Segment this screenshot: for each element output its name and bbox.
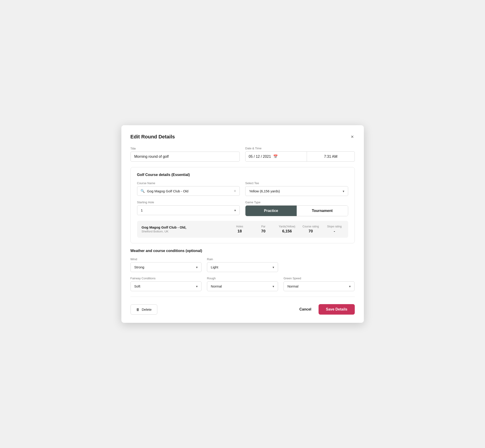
search-icon: 🔍 bbox=[140, 189, 145, 193]
title-input[interactable] bbox=[130, 152, 240, 162]
delete-button[interactable]: 🗑 Delete bbox=[130, 304, 157, 315]
chevron-down-icon-2: ▾ bbox=[234, 208, 236, 212]
clear-icon[interactable]: ✕ bbox=[234, 189, 236, 193]
rough-label: Rough bbox=[207, 277, 278, 280]
rough-value: Normal bbox=[211, 284, 222, 288]
date-time-row: 05 / 12 / 2021 📅 7:31 AM bbox=[245, 151, 355, 162]
chevron-down-icon-3: ▾ bbox=[196, 265, 198, 269]
course-info-location: Shelford Bottom, UK bbox=[142, 230, 225, 233]
starting-hole-dropdown[interactable]: 1 ▾ bbox=[137, 205, 240, 215]
fairway-group: Fairway Conditions Soft ▾ bbox=[130, 277, 202, 291]
modal-title: Edit Round Details bbox=[130, 134, 175, 140]
course-stat-holes: Holes 18 bbox=[231, 225, 249, 233]
course-stat-slope-rating: Slope rating - bbox=[325, 225, 344, 233]
course-stat-course-rating: Course rating 70 bbox=[302, 225, 320, 233]
course-stat-yards: Yards(Yellow) 6,156 bbox=[278, 225, 296, 233]
modal-header: Edit Round Details × bbox=[130, 133, 355, 140]
holes-label: Holes bbox=[236, 225, 243, 228]
cancel-button[interactable]: Cancel bbox=[298, 304, 313, 314]
calendar-icon: 📅 bbox=[273, 154, 278, 159]
fairway-value: Soft bbox=[134, 284, 140, 288]
date-text: 05 / 12 / 2021 bbox=[249, 155, 271, 159]
select-tee-group: Select Tee Yellow (6,156 yards) ▾ bbox=[245, 181, 348, 196]
weather-section: Weather and course conditions (optional)… bbox=[130, 249, 355, 291]
trash-icon: 🗑 bbox=[136, 308, 140, 312]
slope-rating-label: Slope rating bbox=[327, 225, 341, 228]
top-row: Title Date & Time 05 / 12 / 2021 📅 7:31 … bbox=[130, 147, 355, 162]
delete-label: Delete bbox=[142, 308, 152, 312]
course-name-input[interactable]: 🔍 Gog Magog Golf Club - Old ✕ bbox=[137, 186, 240, 196]
course-tee-row: Course Name 🔍 Gog Magog Golf Club - Old … bbox=[137, 181, 348, 196]
starting-hole-label: Starting Hole bbox=[137, 200, 240, 204]
green-speed-label: Green Speed bbox=[283, 277, 355, 280]
rough-dropdown[interactable]: Normal ▾ bbox=[207, 281, 278, 291]
select-tee-dropdown[interactable]: Yellow (6,156 yards) ▾ bbox=[245, 186, 348, 196]
weather-title: Weather and course conditions (optional) bbox=[130, 249, 355, 253]
golf-course-section: Golf Course details (Essential) Course N… bbox=[130, 167, 355, 243]
green-speed-dropdown[interactable]: Normal ▾ bbox=[283, 281, 355, 291]
holes-value: 18 bbox=[237, 229, 242, 233]
rain-dropdown[interactable]: Light ▾ bbox=[207, 262, 278, 272]
select-tee-value: Yellow (6,156 yards) bbox=[249, 189, 280, 193]
date-label: Date & Time bbox=[245, 147, 355, 150]
select-tee-label: Select Tee bbox=[245, 181, 348, 185]
fairway-dropdown[interactable]: Soft ▾ bbox=[130, 281, 202, 291]
rain-group: Rain Light ▾ bbox=[207, 257, 278, 272]
game-type-label: Game Type bbox=[245, 200, 348, 204]
rain-label: Rain bbox=[207, 257, 278, 261]
title-field-group: Title bbox=[130, 147, 240, 162]
starting-hole-value: 1 bbox=[141, 208, 143, 212]
slope-rating-value: - bbox=[334, 229, 335, 233]
chevron-down-icon-5: ▾ bbox=[196, 285, 198, 288]
course-info-name-text: Gog Magog Golf Club - Old, bbox=[142, 225, 225, 229]
course-info-name: Gog Magog Golf Club - Old, Shelford Bott… bbox=[142, 225, 225, 233]
date-input[interactable]: 05 / 12 / 2021 📅 bbox=[245, 151, 307, 162]
hole-gametype-row: Starting Hole 1 ▾ Game Type Practice Tou… bbox=[137, 200, 348, 216]
golf-section-title: Golf Course details (Essential) bbox=[137, 173, 348, 177]
chevron-down-icon-7: ▾ bbox=[349, 285, 351, 288]
time-text: 7:31 AM bbox=[324, 155, 338, 159]
par-label: Par bbox=[261, 225, 266, 228]
green-speed-value: Normal bbox=[287, 284, 298, 288]
course-name-group: Course Name 🔍 Gog Magog Golf Club - Old … bbox=[137, 181, 240, 196]
save-button[interactable]: Save Details bbox=[319, 304, 355, 315]
wind-group: Wind Strong ▾ bbox=[130, 257, 202, 272]
tournament-toggle-button[interactable]: Tournament bbox=[297, 206, 348, 216]
modal-footer: 🗑 Delete Cancel Save Details bbox=[130, 302, 355, 315]
fairway-label: Fairway Conditions bbox=[130, 277, 202, 280]
chevron-down-icon-4: ▾ bbox=[273, 265, 274, 269]
game-type-toggle: Practice Tournament bbox=[245, 205, 348, 216]
edit-round-modal: Edit Round Details × Title Date & Time 0… bbox=[121, 125, 364, 323]
fairway-rough-green-row: Fairway Conditions Soft ▾ Rough Normal ▾… bbox=[130, 277, 355, 291]
course-info-row: Gog Magog Golf Club - Old, Shelford Bott… bbox=[137, 221, 348, 238]
chevron-down-icon-6: ▾ bbox=[273, 285, 274, 288]
course-name-text: Gog Magog Golf Club - Old bbox=[147, 189, 232, 193]
yards-label: Yards(Yellow) bbox=[279, 225, 295, 228]
green-speed-group: Green Speed Normal ▾ bbox=[283, 277, 355, 291]
practice-toggle-button[interactable]: Practice bbox=[245, 206, 297, 216]
course-name-label: Course Name bbox=[137, 181, 240, 185]
time-input[interactable]: 7:31 AM bbox=[307, 151, 355, 162]
game-type-group: Game Type Practice Tournament bbox=[245, 200, 348, 216]
close-button[interactable]: × bbox=[350, 133, 355, 140]
title-label: Title bbox=[130, 147, 240, 150]
rain-value: Light bbox=[211, 265, 218, 269]
course-stat-par: Par 70 bbox=[254, 225, 273, 233]
course-rating-label: Course rating bbox=[302, 225, 319, 228]
course-rating-value: 70 bbox=[308, 229, 313, 233]
wind-value: Strong bbox=[134, 265, 144, 269]
date-field-group: Date & Time 05 / 12 / 2021 📅 7:31 AM bbox=[245, 147, 355, 162]
wind-rain-row: Wind Strong ▾ Rain Light ▾ bbox=[130, 257, 355, 272]
yards-value: 6,156 bbox=[282, 229, 292, 233]
wind-dropdown[interactable]: Strong ▾ bbox=[130, 262, 202, 272]
rough-group: Rough Normal ▾ bbox=[207, 277, 278, 291]
wind-label: Wind bbox=[130, 257, 202, 261]
par-value: 70 bbox=[261, 229, 266, 233]
footer-right: Cancel Save Details bbox=[298, 304, 355, 315]
chevron-down-icon: ▾ bbox=[343, 189, 344, 193]
starting-hole-group: Starting Hole 1 ▾ bbox=[137, 200, 240, 216]
